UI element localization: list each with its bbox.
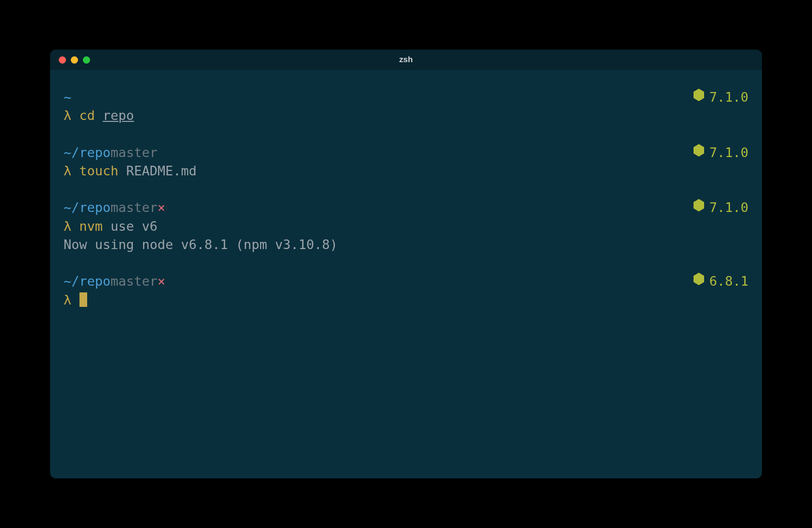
window-title: zsh: [399, 55, 413, 65]
cmd-token: repo: [103, 108, 134, 123]
status-right: 7.1.0: [693, 144, 748, 162]
status-line: ~/repo master × 6.8.1: [64, 272, 748, 290]
svg-marker-3: [694, 273, 704, 285]
cursor-block-icon: [79, 292, 87, 307]
prompt-lambda: λ: [64, 219, 71, 234]
command-line: λ cd repo: [64, 106, 748, 125]
close-button[interactable]: [59, 56, 66, 64]
cwd-path: ~/repo: [64, 144, 111, 162]
terminal-body[interactable]: ~ 7.1.0 λ cd repo ~/repo master 7.1.0: [50, 70, 762, 346]
prompt-block: ~/repo master × 7.1.0 λ nvm use v6 Now u…: [64, 198, 748, 254]
node-hex-icon: [693, 144, 705, 162]
git-dirty-mark: ×: [157, 272, 165, 290]
minimize-button[interactable]: [71, 56, 78, 64]
prompt-block: ~/repo master × 6.8.1 λ: [64, 272, 748, 309]
prompt-block: ~ 7.1.0 λ cd repo: [64, 88, 748, 125]
svg-marker-0: [694, 89, 704, 101]
git-branch: master: [111, 198, 158, 217]
status-left: ~/repo master ×: [64, 272, 165, 290]
cmd-token: use v6: [103, 219, 157, 234]
svg-marker-1: [694, 144, 704, 157]
status-line: ~/repo master 7.1.0: [64, 144, 748, 162]
cmd-token: README.md: [118, 163, 197, 178]
git-branch: master: [111, 272, 158, 290]
status-line: ~/repo master × 7.1.0: [64, 198, 748, 217]
git-dirty-mark: ×: [157, 198, 165, 217]
status-left: ~/repo master: [64, 144, 157, 162]
status-left: ~/repo master ×: [64, 198, 165, 217]
node-version: 7.1.0: [709, 144, 748, 162]
command-line[interactable]: λ: [64, 291, 748, 309]
prompt-lambda: λ: [64, 292, 71, 307]
node-version: 7.1.0: [709, 198, 748, 217]
node-hex-icon: [693, 88, 705, 106]
command-line: λ touch README.md: [64, 162, 748, 180]
node-hex-icon: [693, 272, 705, 290]
prompt-lambda: λ: [64, 163, 71, 178]
prompt-lambda: λ: [64, 108, 71, 123]
node-version: 7.1.0: [709, 88, 748, 106]
git-branch: master: [111, 144, 158, 162]
cmd-token: [95, 108, 103, 123]
traffic-lights: [59, 56, 90, 64]
status-right: 6.8.1: [693, 272, 748, 290]
node-version: 6.8.1: [709, 272, 748, 290]
title-bar: zsh: [50, 50, 762, 70]
cmd-token: cd: [79, 108, 95, 123]
node-hex-icon: [693, 198, 705, 217]
cmd-token: nvm: [79, 219, 103, 234]
command-output: Now using node v6.8.1 (npm v3.10.8): [64, 236, 748, 254]
svg-marker-2: [694, 199, 704, 211]
terminal-window: zsh ~ 7.1.0 λ cd repo ~/repo master: [50, 50, 762, 478]
status-right: 7.1.0: [693, 88, 748, 106]
command-line: λ nvm use v6: [64, 217, 748, 236]
status-line: ~ 7.1.0: [64, 88, 748, 106]
status-left: ~: [64, 88, 71, 106]
cwd-path: ~: [64, 88, 71, 106]
cwd-path: ~/repo: [64, 272, 111, 290]
maximize-button[interactable]: [83, 56, 90, 64]
cmd-token: touch: [79, 163, 118, 178]
cwd-path: ~/repo: [64, 198, 111, 217]
status-right: 7.1.0: [693, 198, 748, 217]
prompt-block: ~/repo master 7.1.0 λ touch README.md: [64, 144, 748, 181]
